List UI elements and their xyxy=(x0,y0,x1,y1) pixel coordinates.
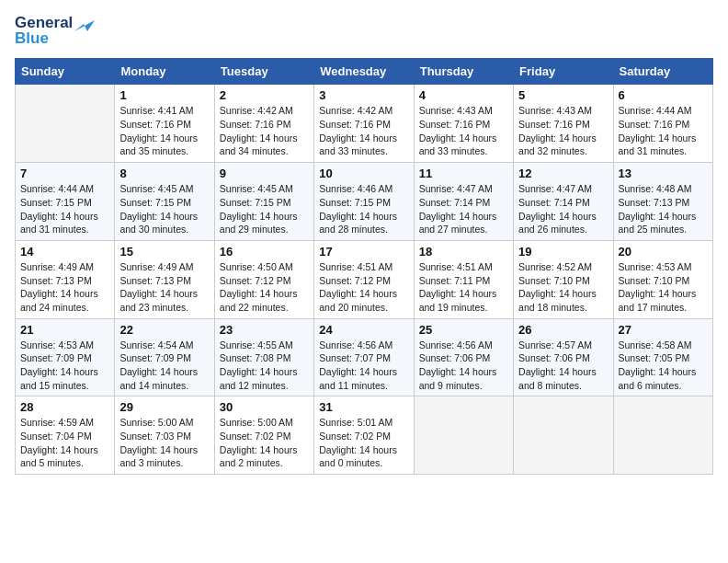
day-number: 17 xyxy=(319,245,408,259)
day-number: 28 xyxy=(20,400,109,414)
calendar-body: 1Sunrise: 4:41 AM Sunset: 7:16 PM Daylig… xyxy=(16,85,713,475)
calendar-cell: 21Sunrise: 4:53 AM Sunset: 7:09 PM Dayli… xyxy=(16,318,115,396)
day-number: 30 xyxy=(220,400,309,414)
day-number: 9 xyxy=(220,167,309,180)
calendar-cell: 10Sunrise: 4:46 AM Sunset: 7:15 PM Dayli… xyxy=(314,163,414,241)
day-info: Sunrise: 4:59 AM Sunset: 7:04 PM Dayligh… xyxy=(20,416,109,470)
day-info: Sunrise: 4:47 AM Sunset: 7:14 PM Dayligh… xyxy=(518,182,608,236)
day-info: Sunrise: 4:53 AM Sunset: 7:10 PM Dayligh… xyxy=(619,260,708,315)
day-info: Sunrise: 4:57 AM Sunset: 7:06 PM Dayligh… xyxy=(518,339,608,393)
day-number: 1 xyxy=(119,88,209,102)
day-info: Sunrise: 4:46 AM Sunset: 7:15 PM Dayligh… xyxy=(319,182,408,236)
calendar-cell: 11Sunrise: 4:47 AM Sunset: 7:14 PM Dayli… xyxy=(414,163,513,241)
day-info: Sunrise: 4:56 AM Sunset: 7:06 PM Dayligh… xyxy=(419,339,508,393)
day-info: Sunrise: 4:45 AM Sunset: 7:15 PM Dayligh… xyxy=(220,182,309,236)
calendar-cell: 24Sunrise: 4:56 AM Sunset: 7:07 PM Dayli… xyxy=(314,318,414,396)
calendar-cell: 12Sunrise: 4:47 AM Sunset: 7:14 PM Dayli… xyxy=(514,163,613,241)
day-info: Sunrise: 4:43 AM Sunset: 7:16 PM Dayligh… xyxy=(419,104,508,158)
calendar-cell: 27Sunrise: 4:58 AM Sunset: 7:05 PM Dayli… xyxy=(613,318,712,396)
calendar-week-4: 21Sunrise: 4:53 AM Sunset: 7:09 PM Dayli… xyxy=(16,318,713,396)
logo-bird-icon xyxy=(74,15,95,31)
day-number: 23 xyxy=(220,323,309,337)
day-info: Sunrise: 4:45 AM Sunset: 7:15 PM Dayligh… xyxy=(119,182,209,236)
calendar-week-2: 7Sunrise: 4:44 AM Sunset: 7:15 PM Daylig… xyxy=(16,163,713,241)
calendar-cell: 30Sunrise: 5:00 AM Sunset: 7:02 PM Dayli… xyxy=(214,396,313,475)
day-number: 20 xyxy=(619,245,708,259)
day-info: Sunrise: 4:48 AM Sunset: 7:13 PM Dayligh… xyxy=(619,182,708,236)
calendar-week-5: 28Sunrise: 4:59 AM Sunset: 7:04 PM Dayli… xyxy=(16,396,713,475)
calendar-cell: 25Sunrise: 4:56 AM Sunset: 7:06 PM Dayli… xyxy=(414,318,513,396)
calendar-week-1: 1Sunrise: 4:41 AM Sunset: 7:16 PM Daylig… xyxy=(16,85,713,163)
calendar-cell: 22Sunrise: 4:54 AM Sunset: 7:09 PM Dayli… xyxy=(115,318,214,396)
day-number: 11 xyxy=(419,167,508,180)
weekday-sunday: Sunday xyxy=(16,59,115,85)
weekday-tuesday: Tuesday xyxy=(214,59,313,85)
calendar-week-3: 14Sunrise: 4:49 AM Sunset: 7:13 PM Dayli… xyxy=(16,240,713,318)
calendar-cell: 31Sunrise: 5:01 AM Sunset: 7:02 PM Dayli… xyxy=(314,396,414,475)
weekday-thursday: Thursday xyxy=(414,59,513,85)
day-info: Sunrise: 4:49 AM Sunset: 7:13 PM Dayligh… xyxy=(20,260,109,315)
calendar-cell: 26Sunrise: 4:57 AM Sunset: 7:06 PM Dayli… xyxy=(514,318,613,396)
day-info: Sunrise: 4:53 AM Sunset: 7:09 PM Dayligh… xyxy=(20,339,109,393)
day-info: Sunrise: 4:54 AM Sunset: 7:09 PM Dayligh… xyxy=(119,339,209,393)
logo-text-block: General Blue xyxy=(15,15,95,47)
calendar-cell: 8Sunrise: 4:45 AM Sunset: 7:15 PM Daylig… xyxy=(115,163,214,241)
calendar-cell: 16Sunrise: 4:50 AM Sunset: 7:12 PM Dayli… xyxy=(214,240,313,318)
day-number: 14 xyxy=(20,245,109,259)
logo-blue: Blue xyxy=(15,30,95,48)
calendar-cell: 5Sunrise: 4:43 AM Sunset: 7:16 PM Daylig… xyxy=(514,85,613,163)
day-info: Sunrise: 4:51 AM Sunset: 7:12 PM Dayligh… xyxy=(319,260,408,315)
day-info: Sunrise: 4:55 AM Sunset: 7:08 PM Dayligh… xyxy=(220,339,309,393)
day-number: 3 xyxy=(319,88,408,102)
weekday-header-row: SundayMondayTuesdayWednesdayThursdayFrid… xyxy=(16,59,713,85)
calendar-cell: 18Sunrise: 4:51 AM Sunset: 7:11 PM Dayli… xyxy=(414,240,513,318)
day-number: 26 xyxy=(518,323,608,337)
calendar-cell xyxy=(16,85,115,163)
day-number: 21 xyxy=(20,323,109,337)
day-info: Sunrise: 5:01 AM Sunset: 7:02 PM Dayligh… xyxy=(319,416,408,470)
calendar-cell: 2Sunrise: 4:42 AM Sunset: 7:16 PM Daylig… xyxy=(214,85,313,163)
day-number: 6 xyxy=(619,88,708,102)
calendar-cell xyxy=(514,396,613,475)
calendar-cell: 7Sunrise: 4:44 AM Sunset: 7:15 PM Daylig… xyxy=(16,163,115,241)
day-info: Sunrise: 4:50 AM Sunset: 7:12 PM Dayligh… xyxy=(220,260,309,315)
day-number: 19 xyxy=(518,245,608,259)
day-number: 2 xyxy=(220,88,309,102)
day-info: Sunrise: 4:44 AM Sunset: 7:15 PM Dayligh… xyxy=(20,182,109,236)
day-info: Sunrise: 5:00 AM Sunset: 7:03 PM Dayligh… xyxy=(119,416,209,470)
day-number: 5 xyxy=(518,88,608,102)
day-number: 8 xyxy=(119,167,209,180)
day-number: 12 xyxy=(518,167,608,180)
calendar-cell: 1Sunrise: 4:41 AM Sunset: 7:16 PM Daylig… xyxy=(115,85,214,163)
calendar-cell: 3Sunrise: 4:42 AM Sunset: 7:16 PM Daylig… xyxy=(314,85,414,163)
day-info: Sunrise: 4:51 AM Sunset: 7:11 PM Dayligh… xyxy=(419,260,508,315)
calendar-cell xyxy=(613,396,712,475)
day-number: 16 xyxy=(220,245,309,259)
calendar-cell: 17Sunrise: 4:51 AM Sunset: 7:12 PM Dayli… xyxy=(314,240,414,318)
day-info: Sunrise: 4:47 AM Sunset: 7:14 PM Dayligh… xyxy=(419,182,508,236)
day-info: Sunrise: 4:42 AM Sunset: 7:16 PM Dayligh… xyxy=(319,104,408,158)
day-number: 10 xyxy=(319,167,408,180)
day-number: 24 xyxy=(319,323,408,337)
day-number: 15 xyxy=(119,245,209,259)
day-number: 13 xyxy=(619,167,708,180)
day-number: 31 xyxy=(319,400,408,414)
day-info: Sunrise: 4:44 AM Sunset: 7:16 PM Dayligh… xyxy=(619,104,708,158)
day-number: 22 xyxy=(119,323,209,337)
day-info: Sunrise: 4:52 AM Sunset: 7:10 PM Dayligh… xyxy=(518,260,608,315)
day-info: Sunrise: 4:49 AM Sunset: 7:13 PM Dayligh… xyxy=(119,260,209,315)
day-number: 29 xyxy=(119,400,209,414)
calendar-table: SundayMondayTuesdayWednesdayThursdayFrid… xyxy=(15,58,713,475)
page-header: General Blue xyxy=(15,15,713,47)
day-number: 25 xyxy=(419,323,508,337)
weekday-monday: Monday xyxy=(115,59,214,85)
weekday-saturday: Saturday xyxy=(613,59,712,85)
calendar-cell: 4Sunrise: 4:43 AM Sunset: 7:16 PM Daylig… xyxy=(414,85,513,163)
calendar-cell: 19Sunrise: 4:52 AM Sunset: 7:10 PM Dayli… xyxy=(514,240,613,318)
logo: General Blue xyxy=(15,15,95,47)
weekday-friday: Friday xyxy=(514,59,613,85)
day-info: Sunrise: 4:58 AM Sunset: 7:05 PM Dayligh… xyxy=(619,339,708,393)
day-info: Sunrise: 4:42 AM Sunset: 7:16 PM Dayligh… xyxy=(220,104,309,158)
calendar-cell: 13Sunrise: 4:48 AM Sunset: 7:13 PM Dayli… xyxy=(613,163,712,241)
calendar-cell: 6Sunrise: 4:44 AM Sunset: 7:16 PM Daylig… xyxy=(613,85,712,163)
